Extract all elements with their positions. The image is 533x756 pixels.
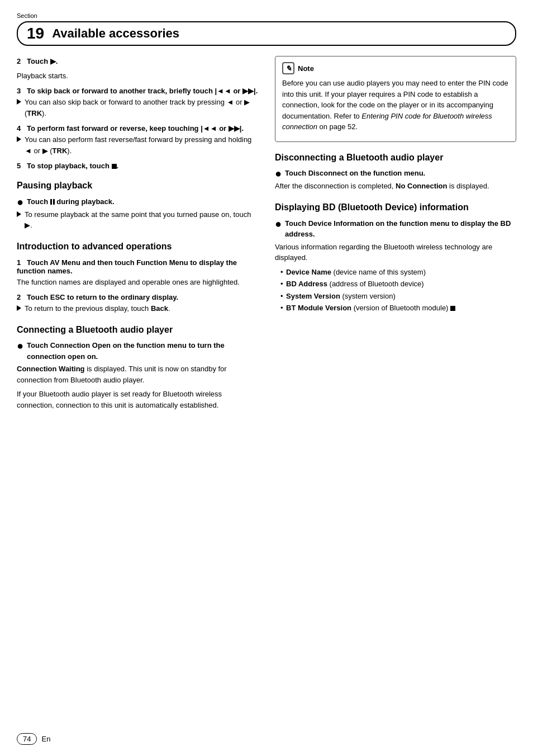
content-area: 2 Touch ▶. Playback starts. 3 To skip ba… bbox=[17, 56, 516, 414]
connecting-title: Connecting a Bluetooth audio player bbox=[17, 324, 258, 336]
pausing-bullet-heading: ● Touch during playback. bbox=[17, 196, 258, 207]
section-header: 19 Available accessories bbox=[17, 21, 516, 46]
displaying-title: Displaying BD (Bluetooth Device) informa… bbox=[275, 202, 516, 214]
pausing-bullet-text: To resume playback at the same point tha… bbox=[17, 209, 258, 231]
bullet-dot-icon-3: ● bbox=[275, 168, 282, 179]
page: Section 19 Available accessories 2 Touch… bbox=[0, 0, 533, 756]
triangle-icon-4 bbox=[17, 305, 21, 311]
displaying-para: Various information regarding the Blueto… bbox=[275, 242, 516, 263]
note-box: ✎ Note Before you can use audio players … bbox=[275, 56, 516, 142]
bullet-dot-icon-2: ● bbox=[17, 340, 23, 351]
section-title: Available accessories bbox=[52, 26, 179, 41]
bullet-dot-icon-4: ● bbox=[275, 218, 282, 229]
step3-bullet: You can also skip back or forward to ano… bbox=[17, 97, 258, 119]
left-column: 2 Touch ▶. Playback starts. 3 To skip ba… bbox=[17, 56, 258, 414]
disconnecting-title: Disconnecting a Bluetooth audio player bbox=[275, 152, 516, 164]
pausing-title: Pausing playback bbox=[17, 180, 258, 192]
list-item: System Version (system version) bbox=[280, 291, 516, 302]
intro-step2-heading: 2 Touch ESC to return to the ordinary di… bbox=[17, 293, 258, 301]
intro-step2-text: To return to the previous display, touch… bbox=[17, 303, 258, 314]
bullet-dot-icon: ● bbox=[17, 196, 23, 207]
right-column: ✎ Note Before you can use audio players … bbox=[275, 56, 516, 414]
step4-bullet: You can also perform fast reverse/fast f… bbox=[17, 134, 258, 156]
triangle-icon-2 bbox=[17, 136, 21, 142]
section-number: 19 bbox=[27, 26, 44, 41]
section-label: Section bbox=[17, 12, 37, 19]
page-number: 74 bbox=[17, 733, 37, 745]
note-text: Before you can use audio players you may… bbox=[282, 78, 509, 133]
connecting-bullet-heading: ● Touch Connection Open on the function … bbox=[17, 340, 258, 362]
footer: 74 En bbox=[17, 733, 50, 745]
triangle-icon bbox=[17, 99, 21, 105]
intro-title: Introduction to advanced operations bbox=[17, 241, 258, 253]
note-icon: ✎ bbox=[282, 62, 294, 74]
step2-text: Playback starts. bbox=[17, 70, 258, 82]
disconnecting-bullet-heading: ● Touch Disconnect on the function menu. bbox=[275, 168, 516, 179]
language-label: En bbox=[41, 735, 50, 743]
step2-heading: 2 Touch ▶. bbox=[17, 56, 258, 67]
list-item: BD Address (address of Bluetooth device) bbox=[280, 278, 516, 290]
note-label: Note bbox=[298, 64, 314, 73]
displaying-bullet-heading: ● Touch Device Information on the functi… bbox=[275, 218, 516, 240]
stop-icon-end bbox=[450, 306, 455, 311]
note-header: ✎ Note bbox=[282, 62, 509, 74]
list-item: Device Name (device name of this system) bbox=[280, 267, 516, 278]
intro-step1-text: The function names are displayed and ope… bbox=[17, 277, 258, 288]
list-item: BT Module Version (version of Bluetooth … bbox=[280, 303, 516, 314]
step4-heading: 4 To perform fast forward or reverse, ke… bbox=[17, 124, 258, 133]
intro-step1-heading: 1 Touch AV Menu and then touch Function … bbox=[17, 258, 258, 275]
stop-icon bbox=[112, 164, 117, 169]
connecting-para2: If your Bluetooth audio player is set re… bbox=[17, 389, 258, 410]
step5-heading: 5 To stop playback, touch . bbox=[17, 162, 258, 170]
connecting-para1: Connection Waiting is displayed. This un… bbox=[17, 363, 258, 385]
triangle-icon-3 bbox=[17, 211, 21, 217]
disconnecting-para: After the disconnection is completed, No… bbox=[275, 181, 516, 192]
displaying-list: Device Name (device name of this system)… bbox=[275, 267, 516, 314]
step3-heading: 3 To skip back or forward to another tra… bbox=[17, 87, 258, 95]
